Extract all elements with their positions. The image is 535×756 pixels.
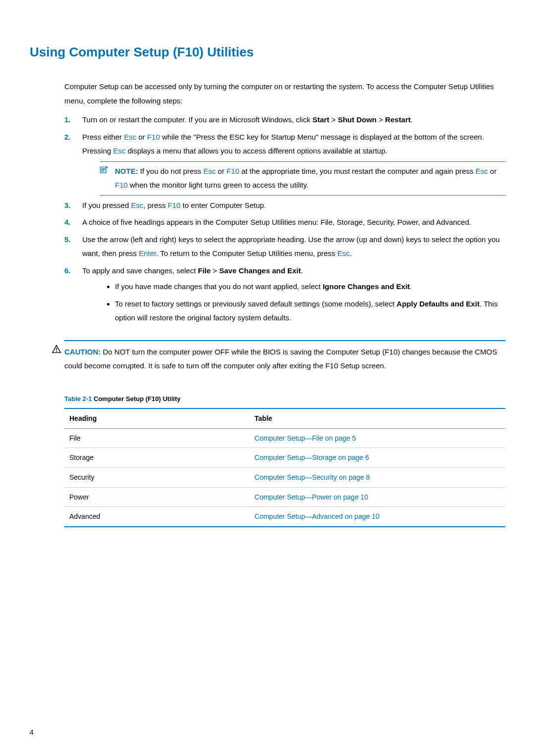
caution-text: Do NOT turn the computer power OFF while… — [64, 348, 497, 370]
table-row: Security Computer Setup—Security on page… — [64, 467, 505, 487]
step-6: 6. To apply and save changes, select Fil… — [64, 264, 505, 325]
step-text: A choice of five headings appears in the… — [82, 218, 471, 226]
table-row: Power Computer Setup—Power on page 10 — [64, 487, 505, 507]
link-storage[interactable]: Computer Setup—Storage on page 6 — [255, 454, 369, 461]
key-f10: F10 — [168, 201, 181, 209]
cell-heading: Power — [64, 487, 250, 507]
caution-label: CAUTION: — [64, 348, 101, 356]
cell-heading: File — [64, 428, 250, 448]
intro-paragraph: Computer Setup can be accessed only by t… — [64, 80, 505, 108]
col-table: Table — [250, 408, 505, 428]
key-esc: Esc — [203, 167, 215, 175]
key-f10: F10 — [226, 167, 239, 175]
step-4: 4. A choice of five headings appears in … — [64, 215, 505, 230]
key-esc: Esc — [337, 249, 350, 257]
table-row: File Computer Setup—File on page 5 — [64, 428, 505, 448]
note-text: NOTE: If you do not press Esc or F10 at … — [115, 164, 505, 193]
step-text: To apply and save changes, select File >… — [82, 266, 303, 275]
col-heading: Heading — [64, 408, 250, 428]
step-number: 1. — [64, 113, 71, 127]
steps-list: 1. Turn on or restart the computer. If y… — [64, 113, 505, 325]
key-f10: F10 — [147, 133, 160, 141]
link-advanced[interactable]: Computer Setup—Advanced on page 10 — [255, 512, 379, 520]
svg-point-1 — [56, 351, 57, 352]
cell-heading: Storage — [64, 448, 250, 468]
step-number: 3. — [64, 199, 71, 213]
step-number: 2. — [64, 130, 71, 145]
document-page: Using Computer Setup (F10) Utilities Com… — [0, 0, 535, 756]
sub-item-apply-defaults: To reset to factory settings or previous… — [115, 297, 505, 325]
step-1: 1. Turn on or restart the computer. If y… — [64, 113, 505, 127]
cell-heading: Advanced — [64, 507, 250, 527]
step-2: 2. Press either Esc or F10 while the "Pr… — [64, 130, 505, 196]
key-enter: Enter — [139, 249, 156, 257]
utility-table: Heading Table File Computer Setup—File o… — [64, 408, 505, 527]
sub-item-ignore: If you have made changes that you do not… — [115, 280, 505, 294]
link-file[interactable]: Computer Setup—File on page 5 — [255, 434, 356, 442]
note-icon — [99, 165, 109, 180]
table-row: Storage Computer Setup—Storage on page 6 — [64, 448, 505, 468]
step-number: 4. — [64, 215, 71, 230]
warning-icon — [52, 344, 61, 358]
note-callout: NOTE: If you do not press Esc or F10 at … — [100, 161, 505, 196]
key-f10: F10 — [115, 181, 128, 189]
link-security[interactable]: Computer Setup—Security on page 8 — [255, 473, 370, 481]
page-number: 4 — [30, 728, 34, 736]
key-esc: Esc — [476, 167, 488, 175]
step-6-sublist: If you have made changes that you do not… — [82, 280, 505, 325]
table-caption: Table 2-1 Computer Setup (F10) Utility — [64, 393, 505, 405]
caution-callout: CAUTION: Do NOT turn the computer power … — [64, 340, 505, 373]
step-3: 3. If you pressed Esc, press F10 to ente… — [64, 199, 505, 213]
step-text: If you pressed Esc, press F10 to enter C… — [82, 201, 266, 209]
step-text: Use the arrow (left and right) keys to s… — [82, 235, 500, 258]
link-power[interactable]: Computer Setup—Power on page 10 — [255, 493, 369, 501]
step-text: Press either Esc or F10 while the "Press… — [82, 133, 484, 141]
step-5: 5. Use the arrow (left and right) keys t… — [64, 233, 505, 261]
step-text-2: Pressing Esc displays a menu that allows… — [82, 144, 505, 158]
cell-heading: Security — [64, 467, 250, 487]
key-esc: Esc — [124, 133, 136, 141]
step-text: Turn on or restart the computer. If you … — [82, 115, 413, 124]
step-number: 5. — [64, 233, 71, 247]
table-row: Advanced Computer Setup—Advanced on page… — [64, 507, 505, 527]
key-esc: Esc — [131, 201, 143, 209]
step-number: 6. — [64, 264, 71, 278]
page-title: Using Computer Setup (F10) Utilities — [30, 45, 505, 60]
key-esc: Esc — [113, 147, 126, 155]
body-content: Computer Setup can be accessed only by t… — [64, 80, 505, 527]
